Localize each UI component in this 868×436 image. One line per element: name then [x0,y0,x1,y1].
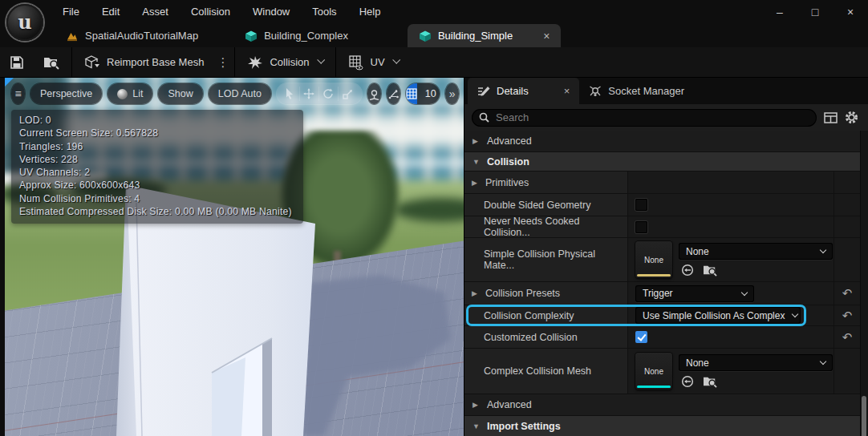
menu-edit[interactable]: Edit [91,0,131,24]
expander-icon[interactable]: ▶ [472,289,480,297]
select-tool-icon[interactable] [281,87,300,101]
category-collision[interactable]: ▼ Collision [464,152,860,172]
save-button[interactable] [0,47,34,78]
grid-snap-size[interactable]: 10 [417,83,440,104]
uv-label: UV [371,56,385,68]
maximize-icon[interactable]: □ [797,0,833,24]
mesh-shadow [302,275,451,436]
grid-snap-toggle[interactable] [406,83,417,104]
mesh-stats-overlay: LOD: 0 Current Screen Size: 0.567828 Tri… [11,110,303,224]
customized-collision-checkbox[interactable] [635,331,647,343]
toolbar-overflow-button[interactable]: » [445,83,459,104]
menu-window[interactable]: Window [241,0,301,24]
minimize-icon[interactable]: – [762,0,797,24]
chevron-down-icon [317,56,325,64]
collision-menu-button[interactable]: Collision [237,47,332,78]
row-label: Collision Presets [485,288,560,299]
display-filter-button[interactable] [824,112,838,123]
asset-thumbnail[interactable]: None [635,353,672,390]
never-needs-cooked-collision-checkbox[interactable] [635,221,647,233]
toolbar-separator [335,47,336,78]
lit-mode-button[interactable]: Lit [107,83,152,104]
close-tab-icon[interactable]: × [543,30,550,42]
tab-details[interactable]: Details × [468,78,579,104]
browse-to-asset-button[interactable] [34,47,69,78]
close-tab-icon[interactable]: × [564,85,570,97]
row-double-sided-geometry: Double Sided Geometry [464,194,860,216]
menu-asset[interactable]: Asset [131,0,180,24]
stat-screen-size: Current Screen Size: 0.567828 [19,127,295,139]
surface-snapping-button[interactable] [387,83,400,104]
unreal-editor-window: u File Edit Asset Collision Window Tools… [0,0,868,436]
reset-to-default-icon[interactable]: ↶ [842,330,853,345]
level-icon [66,30,79,42]
collision-presets-dropdown[interactable]: Trigger [635,285,754,302]
search-input[interactable]: Search [472,109,817,127]
expander-icon[interactable]: ▶ [473,401,481,409]
world-coordinate-button[interactable] [367,83,381,104]
grid-snap-control: 10 [406,83,440,104]
double-sided-geometry-checkbox[interactable] [635,199,647,211]
complex-collision-mesh-dropdown[interactable]: None [679,354,833,371]
category-import-settings[interactable]: ▼ Import Settings [464,416,860,436]
chevron-down-icon [820,358,826,365]
menu-help[interactable]: Help [348,0,392,24]
menu-bar: File Edit Asset Collision Window Tools H… [0,0,868,24]
reset-to-default-icon[interactable]: ↶ [842,286,853,301]
uv-menu-button[interactable]: UV [339,47,408,78]
chevron-down-icon [741,289,748,295]
expander-icon[interactable]: ▶ [472,179,480,187]
tab-socket-manager[interactable]: Socket Manager [579,78,694,104]
transform-tools-group [277,83,362,104]
browse-asset-icon[interactable] [703,264,717,277]
row-label: Customized Collision [484,332,578,343]
scrollbar-thumb[interactable] [862,396,866,436]
settings-button[interactable] [845,111,858,124]
expander-icon[interactable]: ▼ [473,422,481,430]
browse-asset-icon[interactable] [703,375,717,388]
scale-tool-icon[interactable] [339,87,358,101]
show-menu-button[interactable]: Show [158,83,202,104]
rotate-tool-icon[interactable] [319,87,339,101]
expander-icon[interactable]: ▼ [473,158,481,166]
reimport-options-kebab-icon[interactable]: ⋮ [213,55,232,70]
tab-building-simple[interactable]: Building_Simple × [408,24,561,47]
row-primitives: ▶Primitives [464,172,860,194]
close-icon[interactable]: × [833,0,868,24]
3d-viewport[interactable]: ≡ Perspective Lit Show LOD Auto [5,78,464,436]
reimport-icon [84,54,100,71]
static-mesh-icon [419,30,432,42]
expander-icon[interactable]: ▶ [473,137,481,145]
row-collision-complexity: Collision Complexity Use Simple Collisio… [464,305,860,326]
tab-label: Socket Manager [608,85,684,97]
row-advanced-top[interactable]: ▶ Advanced [464,131,860,152]
scrollbar-track[interactable] [860,131,868,436]
asset-thumbnail[interactable]: None [635,241,672,278]
use-selected-asset-icon[interactable] [681,264,694,277]
simple-collision-material-dropdown[interactable]: None [679,243,833,260]
tab-label: Details [497,85,529,97]
row-advanced-bottom[interactable]: ▶ Advanced [464,394,860,416]
reimport-base-mesh-button[interactable]: Reimport Base Mesh [75,47,213,78]
asset-type-color-bar [637,386,671,388]
row-never-needs-cooked-collision: Never Needs Cooked Collision... [464,216,860,238]
details-search-row: Search [464,104,868,131]
lod-auto-button[interactable]: LOD Auto [209,83,271,104]
use-selected-asset-icon[interactable] [681,375,694,388]
move-tool-icon[interactable] [300,87,319,101]
unreal-logo: u [6,4,43,41]
tab-spatial-audio-tutorial-map[interactable]: SpatialAudioTutorialMap [53,24,211,47]
asset-toolbar: Reimport Base Mesh ⋮ Collision UV [0,47,868,78]
menu-file[interactable]: File [51,0,91,24]
menu-tools[interactable]: Tools [301,0,347,24]
row-label: Never Needs Cooked Collision... [484,216,627,238]
viewport-panel: ≡ Perspective Lit Show LOD Auto [0,78,464,436]
tab-building-complex[interactable]: Building_Complex [232,24,361,47]
menu-collision[interactable]: Collision [180,0,241,24]
reimport-label: Reimport Base Mesh [107,56,204,68]
collision-complexity-dropdown[interactable]: Use Simple Collision As Complex [635,307,801,324]
reset-to-default-icon[interactable]: ↶ [842,309,853,323]
perspective-button[interactable]: Perspective [30,83,102,104]
collision-icon [247,54,263,71]
row-simple-collision-physical-material: Simple Collision Physical Mate... None N… [464,238,860,282]
